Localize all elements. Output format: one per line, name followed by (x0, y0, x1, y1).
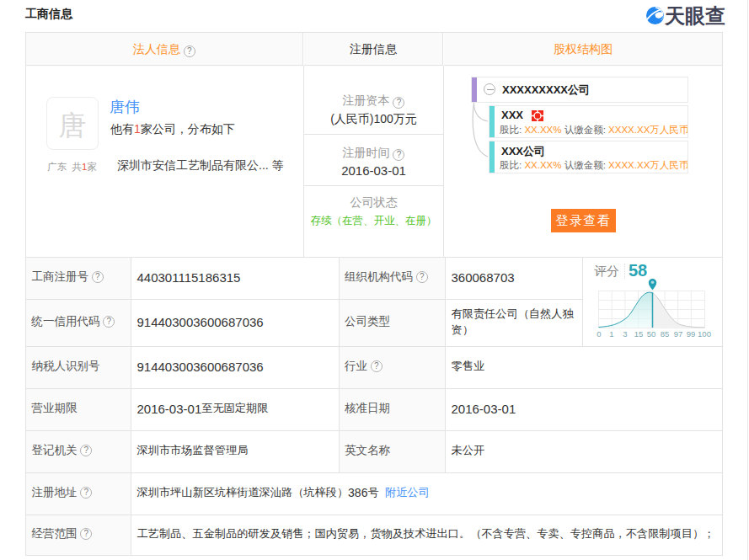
svg-text:1: 1 (609, 329, 613, 339)
svg-text:天眼查: 天眼查 (664, 5, 725, 26)
svg-text:85: 85 (661, 329, 670, 339)
svg-text:99: 99 (687, 329, 696, 339)
svg-text:0: 0 (597, 329, 601, 339)
svg-text:100: 100 (698, 329, 711, 339)
svg-text:3: 3 (623, 329, 627, 339)
svg-text:97: 97 (674, 329, 683, 339)
svg-text:50: 50 (647, 329, 656, 339)
svg-text:15: 15 (634, 329, 644, 339)
